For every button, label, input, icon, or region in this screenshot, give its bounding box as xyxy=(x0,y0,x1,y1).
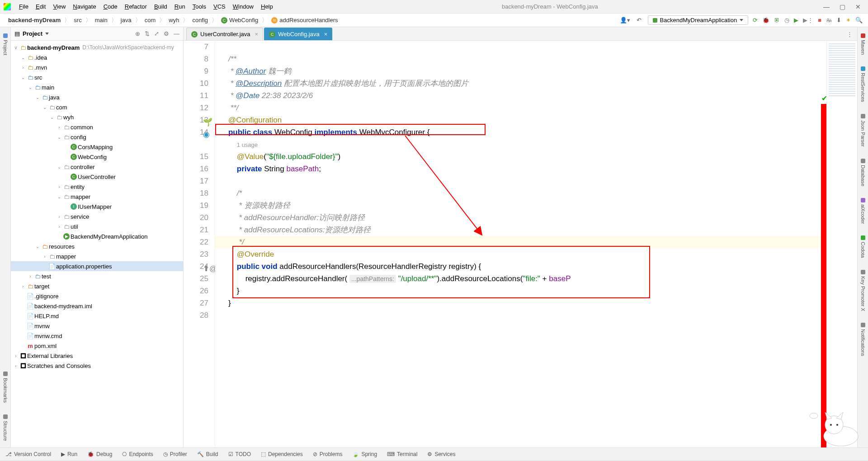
hide-icon[interactable]: — xyxy=(174,30,179,37)
strip-project[interactable]: Project xyxy=(2,31,9,58)
tree-item-.idea[interactable]: ⌄🗀.idea xyxy=(11,52,183,62)
tree-item-common[interactable]: ›🗀common xyxy=(11,122,183,132)
code-line-14[interactable]: public class WebConfig implements WebMvc… xyxy=(215,126,826,138)
code-editor[interactable]: 78910111213🌱14◉15161718192021222324⬆@252… xyxy=(184,41,857,447)
expand-icon[interactable]: ⇅ xyxy=(145,30,150,37)
git-pull-icon[interactable]: ⬇ xyxy=(836,17,841,24)
tree-item-CorsMapping[interactable]: CCorsMapping xyxy=(11,142,183,152)
tree-item-wyh[interactable]: ⌄🗀wyh xyxy=(11,112,183,122)
tree-item-application.properties[interactable]: 📄application.properties xyxy=(11,261,183,271)
editor-minimap[interactable] xyxy=(826,41,857,447)
tree-item-resources[interactable]: ⌄🗀resources xyxy=(11,241,183,251)
search-icon[interactable]: 🔍 xyxy=(855,17,863,24)
code-line-18[interactable]: /* xyxy=(215,187,826,199)
tree-item-WebConfig[interactable]: CWebConfig xyxy=(11,152,183,162)
coverage-icon[interactable]: ⛨ xyxy=(774,17,780,24)
tree-item-config[interactable]: ⌄🗀config xyxy=(11,132,183,142)
menu-help[interactable]: Help xyxy=(257,1,277,12)
strip-json-parser[interactable]: Json Parser xyxy=(859,111,867,150)
code-line-8[interactable]: /** xyxy=(215,53,826,65)
strip-key-promoter-x[interactable]: Key Promoter X xyxy=(859,267,867,314)
tree-scratch[interactable]: ›🞐Scratches and Consoles xyxy=(11,361,183,371)
tree-item-mapper[interactable]: ›🗀mapper xyxy=(11,251,183,261)
code-line-28[interactable] xyxy=(215,309,826,321)
code-line-7[interactable] xyxy=(215,41,826,53)
code-line-inline[interactable]: 1 usage xyxy=(215,138,826,151)
tree-item-entity[interactable]: ›🗀entity xyxy=(11,182,183,192)
toolwin-build[interactable]: 🔨Build xyxy=(197,451,218,457)
strip-bookmarks[interactable]: Bookmarks xyxy=(2,369,9,405)
code-line-21[interactable]: * addResourceLocations:资源绝对路径 xyxy=(215,224,826,236)
tree-item-mvnw[interactable]: 📄mvnw xyxy=(11,321,183,331)
strip-aixcoder[interactable]: aiXcoder xyxy=(859,195,867,226)
crumb-addResourceHandlers[interactable]: maddResourceHandlers xyxy=(269,16,340,24)
run-config-dropdown[interactable]: BackendMyDreamApplication xyxy=(648,15,749,25)
code-line-11[interactable]: * @Date 22:38 2023/2/6 xyxy=(215,89,826,102)
code-line-15[interactable]: @Value("${file.uploadFolder}") xyxy=(215,151,826,163)
tree-item-pom.xml[interactable]: mpom.xml xyxy=(11,341,183,351)
code-line-25[interactable]: registry.addResourceHandler( ...pathPatt… xyxy=(215,273,826,285)
tree-item-mvnw.cmd[interactable]: 📄mvnw.cmd xyxy=(11,331,183,341)
strip-maven[interactable]: Maven xyxy=(859,31,867,57)
build-icon[interactable]: ⟳ xyxy=(753,17,758,24)
tree-item-target[interactable]: ›🗀target xyxy=(11,281,183,291)
toolwin-terminal[interactable]: ⌨Terminal xyxy=(387,451,417,457)
translate-icon[interactable]: 🗛 xyxy=(826,17,832,24)
code-line-10[interactable]: * @Description 配置本地图片虚拟映射地址，用于页面展示本地的图片 xyxy=(215,77,826,89)
tree-item-.mvn[interactable]: ›🗀.mvn xyxy=(11,62,183,72)
strip-database[interactable]: Database xyxy=(859,156,867,189)
code-line-23[interactable]: @Override xyxy=(215,248,826,260)
toolwin-version-control[interactable]: ⎇Version Control xyxy=(5,451,51,457)
menu-build[interactable]: Build xyxy=(151,1,171,12)
menu-refactor[interactable]: Refactor xyxy=(121,1,151,12)
minimize-button[interactable]: — xyxy=(823,3,830,10)
project-view-dropdown[interactable] xyxy=(45,33,49,35)
tree-item-service[interactable]: ›🗀service xyxy=(11,212,183,221)
menu-navigate[interactable]: Navigate xyxy=(69,1,99,12)
tree-extLib[interactable]: ›🞐External Libraries xyxy=(11,351,183,361)
toolwin-dependencies[interactable]: ⬚Dependencies xyxy=(261,451,303,457)
toolwin-run[interactable]: ▶Run xyxy=(61,451,77,457)
toolwin-spring[interactable]: 🍃Spring xyxy=(352,451,377,457)
close-button[interactable]: ✕ xyxy=(855,3,861,10)
crumb-WebConfig[interactable]: CWebConfig xyxy=(218,16,261,24)
settings-icon[interactable]: ⚙ xyxy=(164,30,169,37)
toolwin-profiler[interactable]: ◷Profiler xyxy=(163,451,187,457)
run-button[interactable]: ▶ xyxy=(794,17,798,24)
menu-view[interactable]: View xyxy=(49,1,69,12)
tree-root[interactable]: v🗀backend-myDreamD:\Tools\JavaWorkSpace\… xyxy=(11,42,183,52)
code-line-26[interactable]: } xyxy=(215,285,826,297)
code-line-16[interactable]: private String basePath; xyxy=(215,163,826,175)
tree-item-main[interactable]: ⌄🗀main xyxy=(11,82,183,92)
tree-item-controller[interactable]: ⌄🗀controller xyxy=(11,162,183,172)
toolwin-endpoints[interactable]: ⎔Endpoints xyxy=(122,451,153,457)
tree-item-src[interactable]: ⌄🗀src xyxy=(11,72,183,82)
menu-run[interactable]: Run xyxy=(171,1,189,12)
tree-item-IUserMapper[interactable]: IIUserMapper xyxy=(11,202,183,212)
ai-icon[interactable]: ✦ xyxy=(846,17,851,24)
editor-scroll-strip[interactable]: ✔ xyxy=(821,104,826,447)
code-line-17[interactable] xyxy=(215,175,826,187)
locate-icon[interactable]: ⊕ xyxy=(135,30,140,37)
stop-button[interactable]: ■ xyxy=(818,17,821,24)
strip-structure[interactable]: Structure xyxy=(2,412,9,444)
tab-close-icon[interactable]: × xyxy=(324,31,328,38)
crumb-java[interactable]: java xyxy=(118,16,134,24)
code-line-13[interactable]: @Configuration xyxy=(215,114,826,126)
undo-icon[interactable]: ↶ xyxy=(637,17,642,24)
crumb-src[interactable]: src xyxy=(71,16,84,24)
strip-codota[interactable]: Codota xyxy=(859,233,867,260)
tree-item-UserController[interactable]: CUserController xyxy=(11,172,183,182)
menu-edit[interactable]: Edit xyxy=(32,1,49,12)
tree-item-.gitignore[interactable]: 📄.gitignore xyxy=(11,291,183,301)
tree-item-util[interactable]: ›🗀util xyxy=(11,221,183,231)
gutter-ov-icon[interactable]: ⬆@ xyxy=(203,263,209,269)
code-line-27[interactable]: } xyxy=(215,297,826,309)
maximize-button[interactable]: ▢ xyxy=(840,3,845,10)
code-line-19[interactable]: * 资源映射路径 xyxy=(215,199,826,212)
project-tree[interactable]: v🗀backend-myDreamD:\Tools\JavaWorkSpace\… xyxy=(11,41,183,447)
debug-icon[interactable]: 🐞 xyxy=(762,17,769,24)
crumb-main[interactable]: main xyxy=(92,16,110,24)
editor-content[interactable]: /** * @Author 魏一鹤 * @Description 配置本地图片虚… xyxy=(215,41,826,447)
tree-item-backend-mydream.iml[interactable]: 📄backend-mydream.iml xyxy=(11,301,183,311)
